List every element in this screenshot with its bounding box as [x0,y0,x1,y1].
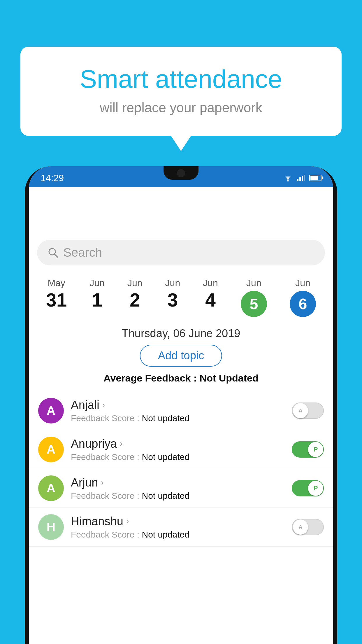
student-info-anupriya: Anupriya › Feedback Score : Not updated [71,437,285,462]
student-item-himanshu[interactable]: H Himanshu › Feedback Score : Not update… [29,508,333,547]
status-time: 14:29 [41,173,64,183]
battery-icon [309,175,321,181]
date-col-jun1[interactable]: Jun 1 [89,278,105,309]
student-info-anjali: Anjali › Feedback Score : Not updated [71,398,285,423]
wifi-icon [283,174,293,182]
signal-icon [297,175,305,181]
add-topic-button[interactable]: Add topic [140,345,222,367]
svg-line-8 [55,254,58,257]
avatar-anupriya: A [38,437,64,462]
status-icons [283,174,321,182]
student-info-himanshu: Himanshu › Feedback Score : Not updated [71,515,285,540]
toggle-anjali[interactable]: A [292,402,324,419]
screen-content: Search May 31 Jun 1 Jun 2 [29,187,333,644]
avatar-arjun: A [38,475,64,501]
speech-bubble-title: Smart attendance [44,64,318,94]
student-list: A Anjali › Feedback Score : Not updated [29,391,333,644]
search-placeholder: Search [63,246,102,260]
toggle-anupriya[interactable]: P [292,441,324,458]
date-col-jun3[interactable]: Jun 3 [165,278,180,309]
student-item-anupriya[interactable]: A Anupriya › Feedback Score : Not update… [29,430,333,469]
date-strip: May 31 Jun 1 Jun 2 Jun 3 [29,272,333,317]
avatar-himanshu: H [38,514,64,540]
date-col-jun4[interactable]: Jun 4 [203,278,218,309]
toggle-himanshu[interactable]: A [292,519,324,535]
search-icon [48,247,59,258]
toggle-arjun[interactable]: P [292,480,324,496]
search-bar[interactable]: Search [37,240,325,265]
student-info-arjun: Arjun › Feedback Score : Not updated [71,476,285,501]
student-item-arjun[interactable]: A Arjun › Feedback Score : Not updated [29,469,333,508]
date-col-jun6[interactable]: Jun 6 [290,278,316,317]
speech-bubble: Smart attendance will replace your paper… [20,47,342,136]
front-camera [177,169,185,177]
avatar-anjali: A [38,398,64,424]
avg-feedback: Average Feedback : Not Updated [29,372,333,384]
svg-point-0 [287,180,289,182]
speech-bubble-subtitle: will replace your paperwork [44,100,318,116]
date-col-jun2[interactable]: Jun 2 [127,278,143,309]
phone-notch [164,166,198,180]
student-item-anjali[interactable]: A Anjali › Feedback Score : Not updated [29,391,333,430]
date-col-jun5[interactable]: Jun 5 [241,278,267,317]
date-col-may31[interactable]: May 31 [46,278,67,309]
selected-date: Thursday, 06 June 2019 [29,327,333,340]
phone-frame: 14:29 [25,166,337,644]
